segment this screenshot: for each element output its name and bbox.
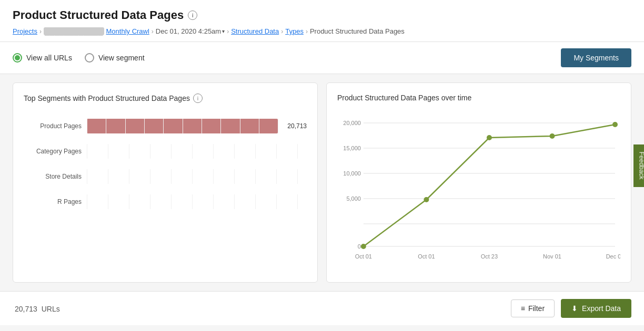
filter-bar: View all URLs View segment My Segments	[0, 42, 644, 74]
export-button[interactable]: ⬇ Export Data	[561, 299, 631, 318]
my-segments-button[interactable]: My Segments	[561, 48, 631, 67]
filter-button[interactable]: ≡ Filter	[511, 299, 555, 317]
svg-text:Nov 01: Nov 01	[543, 253, 561, 260]
chart-point-2	[487, 135, 492, 140]
bar-row: Store Details	[24, 169, 307, 184]
breadcrumb-crawl-date[interactable]: Dec 01, 2020 4:25am ▾	[156, 27, 225, 35]
feedback-tab[interactable]: Feedback	[634, 144, 644, 187]
line-chart-container: 20,000 15,000 10,000 5,000 0 Oct	[337, 112, 620, 272]
bar-track	[87, 119, 278, 133]
crawl-date-text: Dec 01, 2020 4:25am	[156, 27, 221, 35]
chevron-down-icon: ▾	[222, 28, 225, 34]
svg-text:Oct 23: Oct 23	[481, 253, 498, 260]
chart-point-0	[361, 244, 366, 249]
left-chart-title: Top Segments with Product Structured Dat…	[24, 94, 307, 103]
bar-label: R Pages	[24, 198, 82, 205]
breadcrumb-crawl[interactable]: Monthly Crawl	[106, 27, 149, 35]
page-title-text: Product Structured Data Pages	[13, 8, 184, 22]
bar-row: Product Pages20,713	[24, 119, 307, 133]
view-segment-label: View segment	[98, 54, 145, 62]
breadcrumb: Projects › ████████████ Monthly Crawl › …	[13, 27, 631, 42]
breadcrumb-sep-1: ›	[39, 28, 42, 35]
page-title: Product Structured Data Pages i	[13, 8, 631, 27]
breadcrumb-project-name: ████████████	[44, 27, 104, 35]
main-content: Top Segments with Product Structured Dat…	[0, 74, 644, 291]
radio-outer-segment	[85, 53, 94, 63]
breadcrumb-sep-3: ›	[227, 28, 229, 35]
left-chart-card: Top Segments with Product Structured Dat…	[13, 82, 318, 283]
bar-row: Category Pages	[24, 144, 307, 159]
breadcrumb-sep-2: ›	[152, 28, 154, 35]
radio-outer-all	[13, 53, 22, 63]
url-count-value: 20,713	[15, 305, 37, 313]
breadcrumb-sep-5: ›	[306, 28, 308, 35]
svg-text:15,000: 15,000	[343, 145, 361, 151]
view-all-label: View all URLs	[26, 54, 72, 62]
url-count: 20,713 URLs	[13, 303, 60, 314]
breadcrumb-sep-4: ›	[281, 28, 283, 35]
bar-label: Store Details	[24, 173, 82, 180]
url-count-area: 20,713 URLs	[13, 303, 60, 314]
page-header: Product Structured Data Pages i Projects…	[0, 0, 644, 42]
svg-text:Oct 01: Oct 01	[355, 253, 372, 260]
breadcrumb-structured-data[interactable]: Structured Data	[231, 27, 279, 35]
url-count-label: URLs	[39, 305, 60, 313]
left-chart-info-icon[interactable]: i	[193, 94, 203, 103]
chart-point-1	[424, 197, 429, 202]
url-filter-group: View all URLs View segment	[13, 53, 145, 63]
view-all-urls-radio[interactable]: View all URLs	[13, 53, 72, 63]
svg-text:Oct 01: Oct 01	[418, 253, 435, 260]
bar-track	[87, 194, 297, 209]
svg-text:20,000: 20,000	[343, 120, 361, 126]
bar-track	[87, 169, 297, 184]
footer-actions: ≡ Filter ⬇ Export Data	[511, 299, 631, 318]
svg-text:10,000: 10,000	[343, 170, 361, 177]
export-label: Export Data	[582, 304, 621, 313]
chart-point-3	[550, 133, 555, 139]
breadcrumb-types[interactable]: Types	[285, 27, 304, 35]
right-chart-title-text: Product Structured Data Pages over time	[337, 94, 471, 102]
view-segment-radio[interactable]: View segment	[85, 53, 145, 63]
download-icon: ⬇	[571, 304, 578, 313]
bar-label: Category Pages	[24, 148, 82, 155]
breadcrumb-current-page: Product Structured Data Pages	[310, 27, 405, 35]
line-chart-svg: 20,000 15,000 10,000 5,000 0 Oct	[337, 112, 620, 270]
page-footer: 20,713 URLs ≡ Filter ⬇ Export Data	[0, 291, 644, 325]
bar-label: Product Pages	[24, 122, 82, 130]
right-chart-title: Product Structured Data Pages over time	[337, 94, 620, 102]
bar-row: R Pages	[24, 194, 307, 209]
chart-point-4	[612, 122, 618, 127]
bar-track	[87, 144, 297, 159]
svg-text:Dec 01: Dec 01	[606, 253, 620, 260]
breadcrumb-projects[interactable]: Projects	[13, 27, 37, 35]
page-info-icon[interactable]: i	[188, 11, 197, 20]
radio-inner-all	[15, 55, 20, 60]
bar-chart: Product Pages20,713Category PagesStore D…	[24, 113, 307, 214]
left-chart-title-text: Top Segments with Product Structured Dat…	[24, 94, 190, 102]
filter-icon: ≡	[521, 304, 525, 313]
right-chart-card: Product Structured Data Pages over time …	[326, 82, 631, 283]
filter-label: Filter	[528, 304, 545, 313]
bar-value: 20,713	[287, 122, 307, 130]
svg-text:5,000: 5,000	[346, 195, 360, 202]
svg-text:0: 0	[358, 243, 361, 250]
